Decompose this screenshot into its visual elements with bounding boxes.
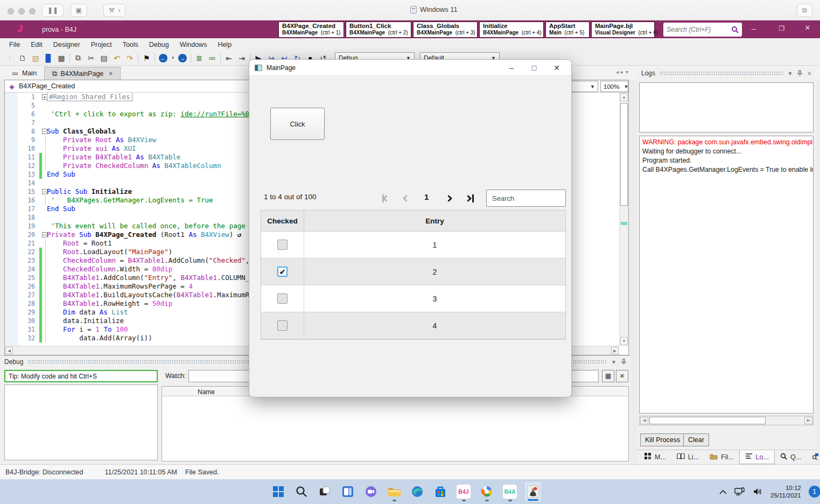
taskbar-icon-chat[interactable] xyxy=(362,481,380,502)
hidden-icons-chevron[interactable] xyxy=(719,489,727,494)
table-row-2[interactable]: ✔2 xyxy=(261,258,565,285)
quick-tab-class_globals[interactable]: Class_GlobalsB4XMainPage (ctrl + 3) xyxy=(413,22,478,38)
navigate-back-dropdown[interactable]: ▼ xyxy=(170,52,176,64)
notification-badge[interactable]: 1 xyxy=(809,486,820,498)
indent-icon[interactable]: ≣ xyxy=(193,52,206,64)
click-button[interactable]: Click xyxy=(270,108,325,140)
scroll-down-arrow[interactable]: ▼ xyxy=(620,337,628,345)
paste-icon[interactable]: ▤ xyxy=(97,52,110,64)
panel-tab-m[interactable]: M... xyxy=(639,450,671,464)
cut-icon[interactable]: ✂ xyxy=(85,52,97,64)
panel-tab-lo[interactable]: Lo... xyxy=(739,450,775,464)
table-row-4[interactable]: 4 xyxy=(261,312,565,339)
panel-dropdown-icon[interactable]: ▼ xyxy=(611,359,616,365)
table-row-3[interactable]: 3 xyxy=(261,285,565,312)
panel-tab-li[interactable]: Li... xyxy=(671,450,704,464)
menu-edit[interactable]: Edit xyxy=(26,39,47,50)
tab-scroll-arrows[interactable]: ◂▸▾ xyxy=(616,69,630,75)
pin-icon[interactable] xyxy=(797,70,803,76)
editor-vertical-scrollbar[interactable]: ▲ ▼ xyxy=(619,93,628,346)
menu-designer[interactable]: Designer xyxy=(48,39,85,50)
navigate-back-icon[interactable]: ← xyxy=(157,52,170,64)
checkbox-checked[interactable]: ✔ xyxy=(277,267,288,277)
menu-windows[interactable]: Windows xyxy=(175,39,212,50)
taskbar-icon-start[interactable] xyxy=(269,481,288,502)
menu-project[interactable]: Project xyxy=(86,39,117,50)
taskbar-icon-search[interactable] xyxy=(292,481,311,502)
scrollbar-thumb[interactable] xyxy=(620,103,628,206)
checkbox-unchecked[interactable] xyxy=(277,320,288,331)
scroll-left-arrow[interactable]: ◀ xyxy=(5,347,13,354)
editor-zoom-dropdown[interactable]: 100%▼ xyxy=(600,81,628,92)
taskbar-icon-taskview[interactable] xyxy=(316,481,334,502)
checkbox-unchecked[interactable] xyxy=(277,240,288,250)
first-page-button[interactable] xyxy=(382,193,389,203)
mac-zoom-button[interactable] xyxy=(29,8,36,15)
dialog-maximize-button[interactable]: □ xyxy=(525,64,543,72)
last-page-button[interactable] xyxy=(466,193,474,203)
mac-minimize-button[interactable] xyxy=(18,8,25,15)
open-project-icon[interactable]: ▨ xyxy=(29,52,42,64)
dialog-minimize-button[interactable]: – xyxy=(502,64,521,72)
taskbar-icon-store[interactable] xyxy=(431,481,450,502)
menu-tools[interactable]: Tools xyxy=(118,39,143,50)
clear-logs-button[interactable]: Clear xyxy=(683,433,709,446)
dialog-close-button[interactable]: ✕ xyxy=(548,64,566,72)
volume-icon[interactable] xyxy=(753,487,763,496)
menu-debug[interactable]: Debug xyxy=(144,39,174,50)
panel-tab-fi[interactable]: Fi... xyxy=(807,450,820,464)
scroll-left-arrow[interactable]: ◀ xyxy=(640,417,648,424)
checkbox-unchecked[interactable] xyxy=(277,293,288,304)
mac-traffic-lights[interactable] xyxy=(8,7,40,17)
vm-tools-button[interactable]: ⚒ › xyxy=(103,4,125,17)
next-page-button[interactable] xyxy=(446,193,451,203)
vm-screenshot-button[interactable]: ⧉ xyxy=(797,4,812,17)
taskbar-icon-java[interactable] xyxy=(524,481,542,502)
copy-icon[interactable]: ⧉ xyxy=(72,52,85,64)
logs-output[interactable]: WARNING: package com.sun.javafx.embed.sw… xyxy=(639,136,814,414)
module-tab-main[interactable]: ≔ Main xyxy=(4,67,44,80)
evaluate-expression-button[interactable]: ▦ xyxy=(602,370,614,382)
taskbar-icon-b4a[interactable]: B4A xyxy=(501,481,519,502)
new-file-icon[interactable]: 🗋 xyxy=(16,52,29,64)
watch-table[interactable]: Name xyxy=(162,386,629,461)
panel-dropdown-icon[interactable]: ▼ xyxy=(788,71,793,76)
debug-variables-list[interactable] xyxy=(4,384,158,460)
ide-close-button[interactable]: ✕ xyxy=(800,24,815,32)
taskbar-icon-edge[interactable] xyxy=(408,481,426,502)
save-icon[interactable]: ▉ xyxy=(42,52,55,64)
bookmark-icon[interactable]: ⚑ xyxy=(140,52,153,64)
panel-tab-fil[interactable]: Fil... xyxy=(704,450,739,464)
quick-tab-mainpage.bjl[interactable]: MainPage.bjlVisual Designer (ctrl + 6) xyxy=(591,22,655,38)
clear-watch-button[interactable]: × xyxy=(616,370,628,382)
vm-pause-button[interactable]: ❚❚ xyxy=(42,4,64,17)
vm-snapshot-button[interactable]: ▣ xyxy=(71,4,87,17)
quick-tab-initialize[interactable]: InitializeB4XMainPage (ctrl + 4) xyxy=(479,22,544,38)
previous-page-button[interactable] xyxy=(404,193,409,203)
column-header-checked[interactable]: Checked xyxy=(261,211,304,231)
outdent-right-icon[interactable]: ⇥ xyxy=(235,52,248,64)
ide-maximize-button[interactable]: ❐ xyxy=(774,25,789,32)
quick-tab-appstart[interactable]: AppStartMain (ctrl + 5) xyxy=(545,22,590,38)
network-icon[interactable] xyxy=(734,487,745,496)
table-row-1[interactable]: 1 xyxy=(261,232,565,258)
scroll-up-arrow[interactable]: ▲ xyxy=(620,93,628,101)
menu-file[interactable]: File xyxy=(4,39,25,50)
kill-process-button[interactable]: Kill Process xyxy=(640,433,685,446)
quick-tab-button1_click[interactable]: Button1_ClickB4XMainPage (ctrl + 2) xyxy=(346,22,411,38)
scroll-right-arrow[interactable]: ▶ xyxy=(611,347,619,354)
scroll-right-arrow[interactable]: ▶ xyxy=(804,417,812,424)
close-tab-icon[interactable]: × xyxy=(109,70,113,78)
scrollbar-thumb[interactable] xyxy=(649,417,766,424)
quick-tab-b4xpage_created[interactable]: B4XPage_CreatedB4XMainPage (ctrl + 1) xyxy=(278,22,344,38)
ide-minimize-button[interactable]: – xyxy=(746,24,761,33)
pin-icon[interactable] xyxy=(621,359,627,365)
logs-horizontal-scrollbar[interactable]: ◀ ▶ xyxy=(639,416,814,425)
mac-close-button[interactable] xyxy=(8,8,14,15)
redo-icon[interactable]: ↷ xyxy=(123,52,136,64)
panel-drag-handle[interactable] xyxy=(660,71,783,75)
module-tab-b4xmainpage[interactable]: ⧉ B4XMainPage × xyxy=(44,67,121,80)
close-panel-icon[interactable]: × xyxy=(807,69,811,78)
menu-help[interactable]: Help xyxy=(213,39,236,50)
taskbar-icon-widgets[interactable] xyxy=(339,481,357,502)
